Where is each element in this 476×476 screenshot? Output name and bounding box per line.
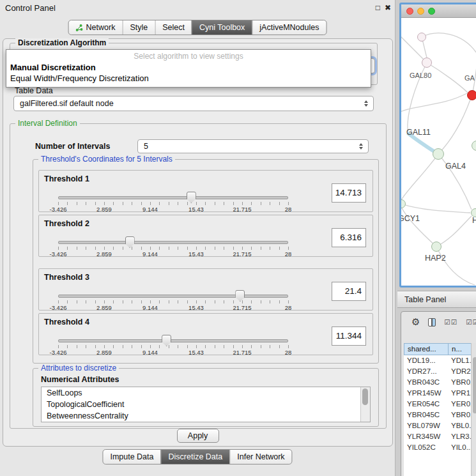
slider-track[interactable] <box>58 339 288 342</box>
list-scrollbar[interactable] <box>360 387 370 422</box>
dropdown-option-manual-discretization[interactable]: Manual Discretization <box>6 62 371 73</box>
network-node[interactable] <box>422 58 432 68</box>
slider-scale-label: 21.715 <box>233 250 251 257</box>
slider-tick <box>215 247 215 250</box>
slider-tick <box>279 247 280 250</box>
table-toolbar: ⚙ ☑☑ ☑☑ <box>401 312 476 332</box>
close-icon[interactable]: ✖ <box>385 3 391 12</box>
slider-tick <box>86 202 86 205</box>
algorithm-dropdown-popup: Select algorithm to view settings Manual… <box>6 49 371 88</box>
slider-tick <box>77 300 77 303</box>
threshold-1-slider[interactable]: -3.4262.8599.14415.4321.71528 <box>58 192 288 213</box>
threshold-2-slider[interactable]: -3.4262.8599.14415.4321.71528 <box>58 237 288 257</box>
slider-tick <box>242 300 243 303</box>
table-row[interactable]: YBR043CYBR0... <box>404 377 476 388</box>
slider-tick <box>159 202 160 205</box>
slider-track[interactable] <box>58 196 288 199</box>
minimize-traffic-light-icon[interactable] <box>417 8 424 15</box>
node-table: shared... n... YDL19...YDL1... YDR27...Y… <box>404 343 476 476</box>
table-row[interactable]: YBR045CYBR0... <box>404 410 476 420</box>
float-window-icon[interactable]: □ <box>376 3 380 12</box>
select-rows-icon[interactable]: ☑☑ <box>466 318 476 326</box>
slider-tick <box>150 202 151 205</box>
slider-track[interactable] <box>58 241 288 244</box>
slider-scale-label: 21.715 <box>233 349 251 356</box>
threshold-1-value-field[interactable]: 14.713 <box>332 183 366 203</box>
slider-tick <box>187 300 188 303</box>
table-row[interactable]: YLR345WYLR3... <box>404 431 476 442</box>
cell-shared-name: YPR145W <box>404 388 449 399</box>
network-node[interactable] <box>431 242 441 252</box>
network-node[interactable] <box>417 33 426 42</box>
tab-jactivemnodules[interactable]: jActiveMNodules <box>252 20 326 35</box>
table-data-select[interactable]: galFiltered.sif default node <box>13 96 374 111</box>
slider-scale-label: 9.144 <box>142 250 158 257</box>
columns-icon[interactable] <box>428 318 436 326</box>
numerical-attributes-list[interactable]: SelfLoops TopologicalCoefficient Between… <box>41 387 371 422</box>
threshold-2-value-field[interactable]: 6.316 <box>332 228 366 247</box>
gear-icon[interactable]: ⚙ <box>411 316 420 328</box>
slider-tick <box>233 300 234 303</box>
table-row[interactable]: YBL079WYBL0... <box>404 420 476 431</box>
dropdown-arrows-icon <box>361 100 371 107</box>
list-item[interactable]: SelfLoops <box>42 387 370 399</box>
slider-tick <box>224 202 224 205</box>
slider-tick <box>123 247 123 250</box>
threshold-3-value-field[interactable]: 21.4 <box>332 282 366 301</box>
table-row[interactable]: YDL19...YDL1... <box>404 355 476 366</box>
slider-tick <box>95 247 96 250</box>
slider-tick <box>261 247 261 250</box>
slider-scale-labels: -3.4262.8599.14415.4321.71528 <box>58 304 288 311</box>
tab-cyni-toolbox[interactable]: Cyni Toolbox <box>192 20 252 35</box>
tab-impute-data[interactable]: Impute Data <box>103 450 160 464</box>
table-scrollbar[interactable] <box>471 343 476 476</box>
scrollbar-thumb[interactable] <box>362 388 368 405</box>
network-node-selected[interactable] <box>467 90 476 100</box>
tab-label: jActiveMNodules <box>259 23 319 32</box>
table-row[interactable]: YER054CYER0... <box>404 399 476 410</box>
list-item[interactable]: BetweennessCentrality <box>42 410 370 422</box>
tab-infer-network[interactable]: Infer Network <box>229 450 291 464</box>
slider-tick <box>113 345 114 348</box>
tab-style[interactable]: Style <box>122 20 155 35</box>
slider-tick <box>113 202 114 205</box>
slider-scale-label: 15.43 <box>188 304 204 311</box>
apply-button[interactable]: Apply <box>177 429 219 443</box>
slider-scale-label: 2.859 <box>96 206 112 213</box>
slider-tick <box>196 300 197 303</box>
tab-network[interactable]: Network <box>69 20 123 35</box>
scrollbar-thumb[interactable] <box>473 357 476 413</box>
select-columns-icon[interactable]: ☑☑ <box>444 318 457 326</box>
column-header-shared-name[interactable]: shared... <box>404 343 449 355</box>
table-row[interactable]: YDR27...YDR2... <box>404 366 476 377</box>
slider-tick <box>233 202 234 205</box>
slider-scale-label: -3.426 <box>50 349 67 356</box>
threshold-3-slider[interactable]: -3.4262.8599.14415.4321.71528 <box>58 291 288 311</box>
slider-track[interactable] <box>58 295 288 298</box>
network-window-titlebar[interactable] <box>401 4 476 18</box>
tab-select[interactable]: Select <box>155 20 192 35</box>
table-data-select-value: galFiltered.sif default node <box>14 99 361 108</box>
zoom-traffic-light-icon[interactable] <box>428 8 435 15</box>
slider-tick <box>132 247 132 250</box>
table-row[interactable]: YPR145WYPR1... <box>404 388 476 399</box>
tab-label: Impute Data <box>110 452 153 461</box>
table-row[interactable]: YIL052CYIL0... <box>404 442 476 453</box>
slider-tick <box>224 247 224 250</box>
slider-scale-label: 15.43 <box>188 206 204 213</box>
slider-tick <box>169 247 169 250</box>
close-traffic-light-icon[interactable] <box>406 8 413 15</box>
network-canvas[interactable]: GAL80 GA GAL11 GAL4 GCY1 H HAP2 <box>401 18 476 286</box>
slider-scale-label: 21.715 <box>233 206 251 213</box>
threshold-4-value-field[interactable]: 11.344 <box>332 326 366 346</box>
slider-scale-label: 15.43 <box>188 349 204 356</box>
tab-discretize-data[interactable]: Discretize Data <box>161 450 230 464</box>
dropdown-option-equal-width[interactable]: Equal Width/Frequency Discretization <box>6 73 371 84</box>
slider-tick <box>159 345 160 348</box>
network-view-window: GAL80 GA GAL11 GAL4 GCY1 H HAP2 <box>399 3 476 288</box>
group-label: Discretization Algorithm <box>15 38 109 47</box>
network-node[interactable] <box>433 148 444 160</box>
list-item[interactable]: TopologicalCoefficient <box>42 399 370 410</box>
threshold-4-slider[interactable]: -3.4262.8599.14415.4321.71528 <box>58 335 288 356</box>
number-of-intervals-select[interactable]: 5 <box>137 139 369 153</box>
